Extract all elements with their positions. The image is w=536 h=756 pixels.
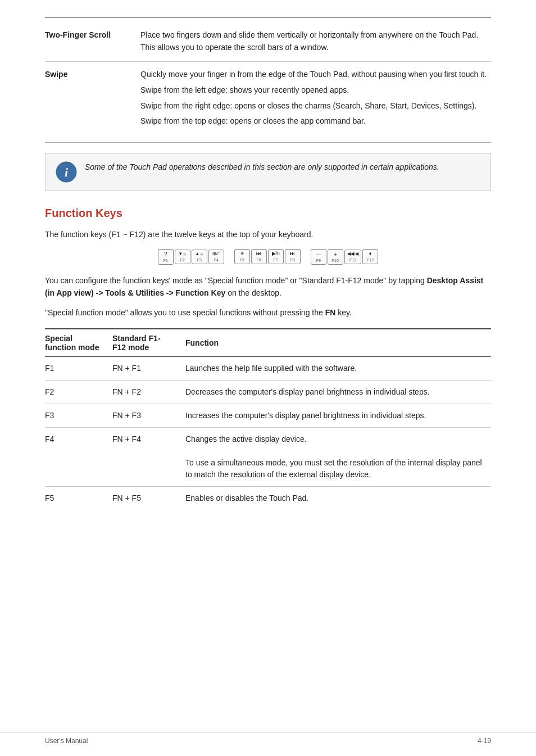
info-circle-icon: i [56, 161, 77, 183]
special-f1: F1 [45, 356, 112, 380]
key-group-2: ☀ F5 ⏮ F6 ▶/II F7 ⏭ F8 [234, 249, 301, 264]
fn-bold: FN [325, 308, 336, 317]
table-row: F4 FN + F4 Changes the active display de… [45, 427, 491, 486]
desc-two-finger-scroll-p1: Place two fingers down and slide them ve… [140, 29, 491, 53]
table-row: F1 FN + F1 Launches the help file suppli… [45, 356, 491, 380]
two-finger-scroll-row: Two-Finger Scroll Place two fingers down… [45, 29, 491, 62]
key-f9: — F9 [311, 249, 326, 265]
special-f5: F5 [45, 486, 112, 510]
special-f2: F2 [45, 380, 112, 404]
mode-text-1: You can configure the function keys' mod… [45, 276, 427, 285]
standard-f4: FN + F4 [112, 427, 185, 486]
key-f4: ⊞/□ F4 [208, 250, 224, 264]
standard-f3: FN + F3 [112, 404, 185, 427]
function-f5: Enables or disables the Touch Pad. [185, 486, 491, 510]
col-header-function: Function [185, 329, 491, 357]
function-f3: Increases the computer's display panel b… [185, 404, 491, 427]
info-box: i Some of the Touch Pad operations descr… [45, 153, 491, 191]
function-f2: Decreases the computer's display panel b… [185, 380, 491, 404]
svg-text:i: i [65, 165, 69, 179]
table-header-row: Specialfunction mode Standard F1-F12 mod… [45, 329, 491, 357]
swipe-row: Swipe Quickly move your finger in from t… [45, 69, 491, 135]
key-group-1: ? F1 ▼☼ F2 ▲☼ F3 ⊞/□ F4 [158, 249, 224, 265]
key-f10: + F10 [328, 249, 343, 265]
key-f1: ? F1 [158, 249, 174, 265]
special-f3: F3 [45, 404, 112, 427]
term-two-finger-scroll: Two-Finger Scroll [45, 29, 140, 53]
key-f8: ⏭ F8 [285, 249, 301, 264]
key-f6: ⏮ F6 [251, 249, 267, 264]
desc-swipe: Quickly move your finger in from the edg… [140, 69, 491, 128]
footer-right: 4-19 [478, 737, 491, 745]
desc-swipe-p1: Quickly move your finger in from the edg… [140, 69, 491, 81]
standard-f5: FN + F5 [112, 486, 185, 510]
desc-two-finger-scroll: Place two fingers down and slide them ve… [140, 29, 491, 53]
mode-config-text: You can configure the function keys' mod… [45, 275, 491, 299]
table-row: F2 FN + F2 Decreases the computer's disp… [45, 380, 491, 404]
standard-f1: FN + F1 [112, 356, 185, 380]
key-group-3: — F9 + F10 ◀◀/◀ F11 ♦ F12 [311, 249, 378, 265]
touchpad-section: Two-Finger Scroll Place two fingers down… [45, 29, 491, 191]
col-header-special: Specialfunction mode [45, 329, 112, 357]
function-keys-table: Specialfunction mode Standard F1-F12 mod… [45, 328, 491, 510]
special-f4: F4 [45, 427, 112, 486]
fn-key-text: "Special function mode" allows you to us… [45, 307, 491, 319]
desc-swipe-p2: Swipe from the left edge: shows your rec… [140, 84, 491, 97]
key-f3: ▲☼ F3 [192, 250, 207, 264]
table-row: F5 FN + F5 Enables or disables the Touch… [45, 486, 491, 510]
top-border [45, 17, 491, 18]
info-box-text: Some of the Touch Pad operations describ… [85, 161, 439, 174]
footer-left: User's Manual [45, 737, 88, 745]
fn-text-2: key. [335, 308, 352, 317]
key-f5: ☀ F5 [234, 249, 250, 264]
function-f4: Changes the active display device. To us… [185, 427, 491, 486]
function-keys-intro: The function keys (F1 ~ F12) are the twe… [45, 229, 491, 241]
key-f11: ◀◀/◀ F11 [344, 250, 361, 264]
fn-text-1: "Special function mode" allows you to us… [45, 308, 325, 317]
function-keys-section: Function Keys The function keys (F1 ~ F1… [45, 207, 491, 510]
key-f12: ♦ F12 [362, 249, 378, 264]
info-icon: i [56, 161, 77, 183]
function-keys-illustration: ? F1 ▼☼ F2 ▲☼ F3 ⊞/□ F4 [45, 249, 491, 265]
function-keys-title: Function Keys [45, 207, 491, 220]
standard-f2: FN + F2 [112, 380, 185, 404]
key-f7: ▶/II F7 [268, 249, 284, 264]
page-content: Two-Finger Scroll Place two fingers down… [0, 0, 536, 555]
function-f1: Launches the help file supplied with the… [185, 356, 491, 380]
desc-swipe-p4: Swipe from the top edge: opens or closes… [140, 115, 491, 128]
term-swipe: Swipe [45, 69, 140, 128]
mode-text-2: on the desktop. [225, 288, 281, 297]
col-header-standard: Standard F1-F12 mode [112, 329, 185, 357]
page-footer: User's Manual 4-19 [0, 732, 536, 745]
desc-swipe-p3: Swipe from the right edge: opens or clos… [140, 100, 491, 112]
table-row: F3 FN + F3 Increases the computer's disp… [45, 404, 491, 427]
key-f2: ▼☼ F2 [175, 250, 190, 264]
